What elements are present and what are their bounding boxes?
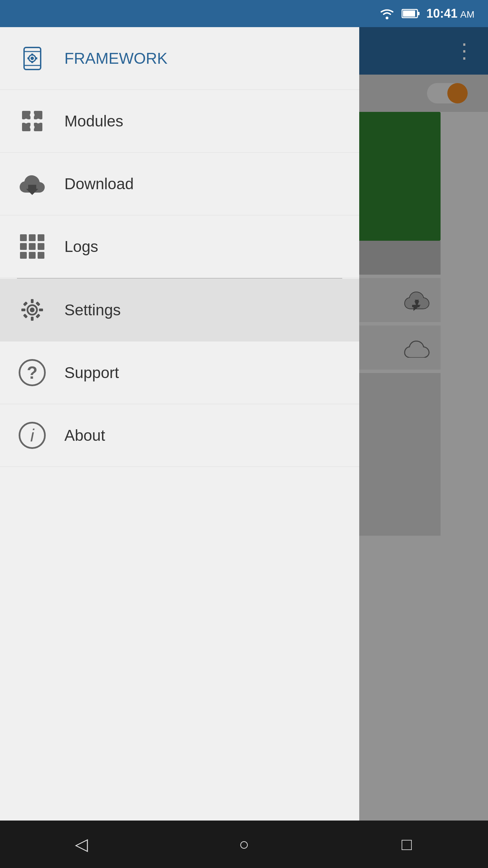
download-label: Download [64, 175, 134, 193]
svg-rect-30 [39, 309, 43, 311]
drawer-item-support[interactable]: ? Support [0, 341, 359, 404]
framework-label: FRAMEWORK [64, 49, 167, 67]
svg-rect-31 [23, 301, 28, 306]
battery-icon [402, 8, 420, 19]
svg-rect-28 [31, 317, 34, 321]
logs-label: Logs [64, 237, 98, 256]
settings-icon [19, 296, 46, 323]
info-icon: i [19, 422, 46, 449]
drawer-item-framework[interactable]: FRAMEWORK [0, 27, 359, 90]
svg-rect-3 [403, 11, 415, 17]
svg-rect-32 [36, 301, 40, 306]
svg-rect-34 [36, 314, 40, 318]
wifi-icon [379, 7, 395, 20]
support-icon-container: ? [17, 357, 47, 388]
about-label: About [64, 426, 105, 445]
svg-point-20 [30, 113, 35, 117]
question-icon: ? [19, 359, 46, 386]
modules-icon-container [17, 106, 47, 136]
svg-point-22 [24, 119, 28, 123]
settings-icon-container [17, 295, 47, 325]
status-icons: 10:41 AM [379, 6, 474, 21]
svg-rect-27 [31, 299, 34, 303]
logs-icon-container [17, 231, 47, 262]
logs-icon [20, 234, 44, 259]
svg-point-23 [36, 119, 41, 123]
back-button[interactable]: ◁ [61, 831, 102, 858]
settings-label: Settings [64, 301, 121, 319]
back-icon: ◁ [75, 834, 88, 854]
cloud-dl-icon [18, 171, 47, 197]
drawer-item-modules[interactable]: Modules [0, 90, 359, 153]
support-label: Support [64, 363, 119, 382]
svg-rect-18 [22, 123, 30, 131]
svg-point-11 [30, 57, 34, 60]
drawer-item-logs[interactable]: Logs [0, 215, 359, 278]
framework-icon-container [17, 43, 47, 74]
puzzle-icon [19, 107, 46, 135]
svg-rect-29 [21, 309, 25, 311]
svg-point-21 [30, 125, 35, 130]
recent-button[interactable]: □ [386, 831, 427, 858]
recent-icon: □ [402, 834, 412, 854]
framework-icon [18, 44, 47, 73]
svg-point-26 [30, 308, 35, 312]
svg-rect-17 [34, 111, 42, 119]
svg-rect-14 [27, 57, 29, 59]
svg-rect-16 [22, 111, 30, 119]
svg-rect-19 [34, 123, 42, 131]
about-icon-container: i [17, 420, 47, 451]
home-icon: ○ [239, 834, 249, 854]
svg-point-0 [386, 17, 388, 19]
svg-rect-33 [23, 314, 28, 318]
bottom-nav: ◁ ○ □ [0, 821, 488, 868]
drawer-item-download[interactable]: Download [0, 153, 359, 215]
time-display: 10:41 AM [426, 6, 474, 21]
svg-rect-2 [418, 12, 420, 15]
app-container: ⋮ 7 is active. [0, 27, 488, 868]
drawer-item-about[interactable]: i About [0, 404, 359, 467]
download-icon-container [17, 169, 47, 199]
svg-rect-15 [35, 57, 37, 59]
svg-rect-13 [31, 61, 33, 63]
side-drawer: FRAMEWORK Modules [0, 27, 359, 868]
svg-rect-12 [31, 54, 33, 56]
drawer-item-settings[interactable]: Settings [0, 279, 359, 341]
modules-label: Modules [64, 112, 123, 130]
status-bar: 10:41 AM [0, 0, 488, 27]
home-button[interactable]: ○ [224, 831, 264, 858]
